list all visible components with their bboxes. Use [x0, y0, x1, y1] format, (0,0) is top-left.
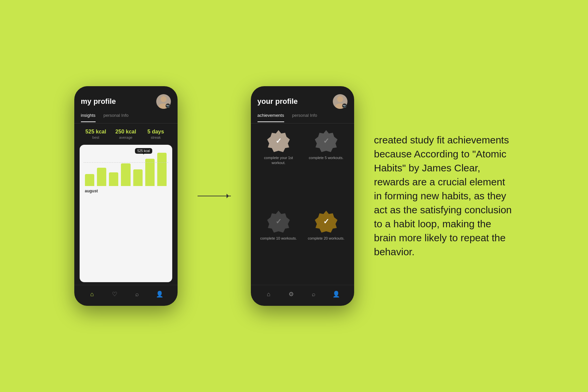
stat-streak-label: streak	[141, 135, 171, 139]
badge-1: ✓	[267, 129, 291, 153]
chart-bar-0	[85, 174, 94, 186]
achievement-2-label: complete 5 workouts.	[309, 155, 343, 160]
main-wrapper: my profile 📷 insights personal Info 525 …	[0, 0, 588, 392]
achievements-grid: ✓ complete your 1st workout. ✓ complete …	[251, 123, 354, 285]
nav2-user-icon[interactable]: 👤	[331, 289, 341, 299]
stats-row: 525 kcal best 250 kcal average 5 days st…	[74, 123, 178, 142]
dashed-line	[84, 162, 168, 163]
stat-best-label: best	[81, 135, 111, 139]
camera2-icon: 📷	[342, 103, 347, 108]
phone1-header: my profile 📷	[74, 86, 178, 113]
badge-2-shape: ✓	[314, 129, 338, 153]
achievement-3: ✓ complete 10 workouts.	[258, 209, 300, 280]
chart-bars	[84, 149, 168, 186]
achievement-2: ✓ complete 5 workouts.	[305, 129, 347, 204]
chart-bar-1	[97, 168, 106, 186]
phone-2: your profile 📷 achievements personal Inf…	[251, 86, 354, 306]
avatar-container: 📷	[156, 94, 171, 109]
nav2-search-icon[interactable]: ⌕	[308, 289, 318, 299]
description-text: created study fit achievements because A…	[374, 133, 514, 259]
phone1-tabs: insights personal Info	[74, 113, 178, 123]
chart-bar-3	[121, 163, 130, 186]
camera-icon: 📷	[166, 103, 170, 108]
tab-personal-info-2[interactable]: personal Info	[292, 113, 317, 120]
achievement-4-label: complete 20 workouts.	[308, 236, 344, 241]
achievement-1-label: complete your 1st workout.	[258, 155, 300, 166]
chart-bar-4	[133, 169, 143, 186]
chart-container: 525 kcal august	[80, 145, 172, 282]
arrow-container	[198, 196, 231, 196]
stat-average-label: average	[111, 135, 141, 139]
achievement-1: ✓ complete your 1st workout.	[258, 129, 300, 204]
phone-1: my profile 📷 insights personal Info 525 …	[74, 86, 178, 306]
nav-heart-icon[interactable]: ♡	[110, 289, 120, 299]
chart-month-label: august	[84, 189, 168, 193]
stat-best-value: 525 kcal	[81, 129, 111, 135]
svg-text:✓: ✓	[276, 137, 282, 145]
svg-text:✓: ✓	[323, 217, 329, 226]
nav2-dumbbell-icon[interactable]: ⚙	[286, 289, 296, 299]
tab-personal-info-1[interactable]: personal Info	[104, 113, 129, 120]
tab-achievements[interactable]: achievements	[258, 113, 284, 120]
nav-search-icon[interactable]: ⌕	[132, 289, 142, 299]
tab-insights[interactable]: insights	[81, 113, 96, 120]
phone2-header: your profile 📷	[251, 86, 354, 113]
stat-streak: 5 days streak	[141, 129, 171, 139]
chart-bar-5	[145, 159, 155, 186]
nav-user-icon[interactable]: 👤	[155, 289, 165, 299]
avatar2-container: 📷	[333, 94, 347, 109]
phone2-title: your profile	[258, 97, 298, 106]
avatar-head	[161, 96, 167, 102]
phone1-title: my profile	[81, 97, 116, 106]
achievement-4: ✓ complete 20 workouts.	[305, 209, 347, 280]
badge-1-shape: ✓	[267, 129, 291, 153]
phone1-bottom-nav: ⌂ ♡ ⌕ 👤	[74, 285, 178, 306]
phone2-tabs: achievements personal Info	[251, 113, 354, 123]
nav-home-icon[interactable]: ⌂	[87, 289, 97, 299]
avatar2-head	[337, 96, 343, 102]
stat-average-value: 250 kcal	[111, 129, 141, 135]
svg-text:✓: ✓	[276, 217, 282, 226]
badge-2: ✓	[314, 129, 338, 153]
stat-average: 250 kcal average	[111, 129, 141, 139]
stat-best: 525 kcal best	[81, 129, 111, 139]
badge-3-shape: ✓	[267, 209, 291, 233]
badge-4-shape: ✓	[314, 209, 338, 233]
stat-streak-value: 5 days	[141, 129, 171, 135]
badge-4: ✓	[314, 209, 338, 233]
arrow	[198, 196, 231, 196]
chart-bar-6	[157, 153, 167, 186]
badge-3: ✓	[267, 209, 291, 233]
text-section: created study fit achievements because A…	[374, 133, 514, 259]
chart-bar-2	[109, 172, 118, 186]
achievement-3-label: complete 10 workouts.	[260, 236, 297, 241]
nav2-home-icon[interactable]: ⌂	[264, 289, 274, 299]
phone2-bottom-nav: ⌂ ⚙ ⌕ 👤	[251, 285, 354, 306]
svg-text:✓: ✓	[323, 137, 329, 145]
